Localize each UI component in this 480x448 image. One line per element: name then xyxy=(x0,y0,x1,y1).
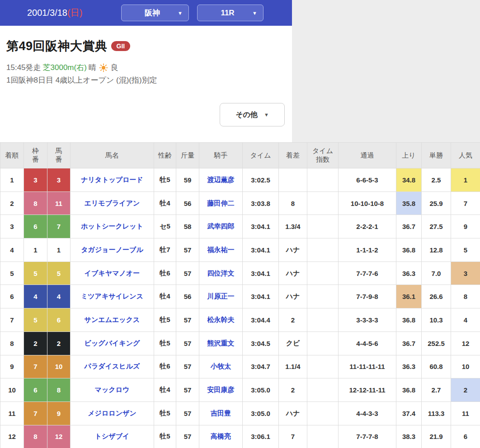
win-odds-cell: 7.0 xyxy=(422,261,451,285)
time-index-cell xyxy=(307,168,339,192)
horse-name-link[interactable]: ホットシークレット xyxy=(81,222,143,230)
jockey-cell: 藤田伸二 xyxy=(199,191,243,215)
table-row: 10 6 8 マックロウ 牡4 57 安田康彦 3:05.0 2 12-12-1… xyxy=(0,378,480,402)
horse-name-cell: エリモブライアン xyxy=(71,191,154,215)
carried-weight-cell: 56 xyxy=(176,285,199,308)
jockey-link[interactable]: 熊沢重文 xyxy=(207,339,235,347)
last3f-cell: 36.8 xyxy=(396,308,422,332)
carried-weight-cell: 57 xyxy=(176,378,199,402)
passage-cell: 11-11-11-11 xyxy=(339,355,396,378)
horse-number-cell: 8 xyxy=(47,378,71,402)
frame-number-cell: 6 xyxy=(24,378,47,402)
frame-number-cell: 6 xyxy=(24,215,47,238)
jockey-link[interactable]: 藤田伸二 xyxy=(207,199,235,207)
last3f-cell: 36.3 xyxy=(396,355,422,378)
column-header-win-odds: 単勝 xyxy=(422,143,451,168)
time-index-cell xyxy=(307,191,339,215)
last3f-cell: 35.8 xyxy=(396,191,422,215)
margin-cell: ハナ xyxy=(279,261,307,285)
win-odds-cell: 2.5 xyxy=(422,168,451,192)
passage-cell: 12-12-11-11 xyxy=(339,378,396,402)
sex-age-cell: 牡5 xyxy=(154,168,176,192)
carried-weight-cell: 57 xyxy=(176,261,199,285)
top-right-gray-panel xyxy=(292,0,480,142)
popularity-cell: 8 xyxy=(451,285,480,308)
jockey-link[interactable]: 小牧太 xyxy=(211,362,231,370)
popularity-cell: 3 xyxy=(451,261,480,285)
table-row: 11 7 9 メジロロンザン 牡5 57 吉田豊 3:05.0 ハナ 4-4-3… xyxy=(0,401,480,425)
rank-cell: 4 xyxy=(0,238,24,262)
weather-label: 晴 xyxy=(89,62,96,73)
time-cell: 3:05.0 xyxy=(243,401,279,425)
margin-cell: ハナ xyxy=(279,401,307,425)
last3f-cell: 37.4 xyxy=(396,401,422,425)
sex-age-cell: 牡5 xyxy=(154,401,176,425)
jockey-cell: 武幸四郎 xyxy=(199,215,243,238)
column-header-sex-age: 性齢 xyxy=(154,143,176,168)
horse-name-link[interactable]: メジロロンザン xyxy=(88,409,136,417)
carried-weight-cell: 58 xyxy=(176,215,199,238)
sun-icon xyxy=(99,63,108,72)
column-header-jockey: 騎手 xyxy=(199,143,243,168)
rank-cell: 8 xyxy=(0,331,24,355)
horse-name-link[interactable]: イブキヤマノオー xyxy=(85,269,140,277)
time-cell: 3:04.1 xyxy=(243,261,279,285)
frame-number-cell: 7 xyxy=(24,355,47,378)
column-header-time: タイム xyxy=(243,143,279,168)
race-number-select[interactable]: 11R ▼ xyxy=(197,5,264,21)
time-cell: 3:02.5 xyxy=(243,168,279,192)
horse-name-link[interactable]: タガジョーノーブル xyxy=(81,246,143,253)
table-body: 1 3 3 ナリタトップロード 牡5 59 渡辺薫彦 3:02.5 6-6-5-… xyxy=(0,168,480,448)
jockey-link[interactable]: 川原正一 xyxy=(207,292,235,300)
jockey-link[interactable]: 福永祐一 xyxy=(207,246,235,253)
horse-name-cell: タガジョーノーブル xyxy=(71,238,154,262)
horse-name-link[interactable]: サンエムエックス xyxy=(85,316,140,323)
horse-name-cell: サンエムエックス xyxy=(71,308,154,332)
jockey-link[interactable]: 渡辺薫彦 xyxy=(207,176,235,183)
course-label: 芝3000m(右) xyxy=(43,62,87,73)
frame-number-cell: 8 xyxy=(24,191,47,215)
margin-cell: クビ xyxy=(279,331,307,355)
frame-number-cell: 5 xyxy=(24,261,47,285)
horse-name-link[interactable]: ナリタトップロード xyxy=(81,176,143,183)
frame-number-cell: 4 xyxy=(24,285,47,308)
last3f-cell: 36.8 xyxy=(396,378,422,402)
popularity-cell: 11 xyxy=(451,401,480,425)
other-menu-button[interactable]: その他 ▼ xyxy=(220,103,285,126)
horse-name-link[interactable]: ミツアキサイレンス xyxy=(81,292,143,300)
jockey-link[interactable]: 松永幹夫 xyxy=(207,316,235,323)
last3f-cell: 34.8 xyxy=(396,168,422,192)
venue-select[interactable]: 阪神 ▼ xyxy=(121,5,189,21)
jockey-link[interactable]: 四位洋文 xyxy=(207,269,235,277)
jockey-link[interactable]: 吉田豊 xyxy=(211,409,231,417)
horse-name-link[interactable]: パラダイスヒルズ xyxy=(85,362,140,370)
horse-name-link[interactable]: ビッグバイキング xyxy=(85,339,140,347)
jockey-link[interactable]: 安田康彦 xyxy=(207,386,235,393)
race-results-table: 着順 枠 番 馬 番 馬名 性齢 斤量 騎手 タイム 着差 タイム 指数 通過 … xyxy=(0,142,480,448)
horse-name-link[interactable]: トシザブイ xyxy=(95,432,130,440)
column-header-passage: 通過 xyxy=(339,143,396,168)
horse-name-link[interactable]: エリモブライアン xyxy=(85,199,140,207)
table-row: 8 2 2 ビッグバイキング 牡5 57 熊沢重文 3:04.5 クビ 4-4-… xyxy=(0,331,480,355)
table-row: 5 5 5 イブキヤマノオー 牡6 57 四位洋文 3:04.1 ハナ 7-7-… xyxy=(0,261,480,285)
column-header-last3f: 上り xyxy=(396,143,422,168)
horse-name-link[interactable]: マックロウ xyxy=(95,386,130,393)
time-cell: 3:04.4 xyxy=(243,308,279,332)
rank-cell: 9 xyxy=(0,355,24,378)
last3f-cell: 36.3 xyxy=(396,261,422,285)
topbar: 2001/3/18(日) 阪神 ▼ 11R ▼ xyxy=(0,0,292,26)
carried-weight-cell: 56 xyxy=(176,191,199,215)
horse-number-cell: 4 xyxy=(47,285,71,308)
table-header-row: 着順 枠 番 馬 番 馬名 性齢 斤量 騎手 タイム 着差 タイム 指数 通過 … xyxy=(0,143,480,168)
jockey-link[interactable]: 高橋亮 xyxy=(211,432,231,440)
jockey-cell: 川原正一 xyxy=(199,285,243,308)
jockey-cell: 熊沢重文 xyxy=(199,331,243,355)
win-odds-cell: 10.3 xyxy=(422,308,451,332)
jockey-cell: 渡辺薫彦 xyxy=(199,168,243,192)
sex-age-cell: 牡4 xyxy=(154,285,176,308)
popularity-cell: 1 xyxy=(451,168,480,192)
time-index-cell xyxy=(307,425,339,448)
jockey-link[interactable]: 武幸四郎 xyxy=(207,222,235,230)
win-odds-cell: 252.5 xyxy=(422,331,451,355)
margin-cell: 1.1/4 xyxy=(279,355,307,378)
